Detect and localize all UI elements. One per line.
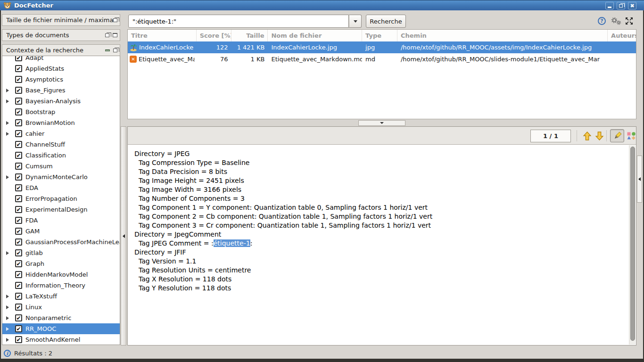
panel-restore-icon[interactable] xyxy=(113,18,117,22)
checkbox[interactable]: ✔ xyxy=(15,206,22,213)
checkbox[interactable]: ✔ xyxy=(15,336,22,343)
panel-minimize-icon[interactable] xyxy=(105,49,110,51)
expand-arrow[interactable] xyxy=(6,305,12,309)
tree-item-bootstrap[interactable]: ✔Bootstrap xyxy=(2,107,120,117)
column-header-score[interactable]: Score [%] xyxy=(197,30,231,41)
tree-item-smoothandkernel[interactable]: ✔SmoothAndKernel xyxy=(2,334,120,345)
checkbox[interactable]: ✔ xyxy=(15,293,22,300)
expand-arrow[interactable] xyxy=(6,89,12,92)
tree-item-gitlab[interactable]: ✔gitlab xyxy=(2,247,120,258)
preview-scrollbar[interactable] xyxy=(629,145,636,345)
tree-item-bayesian-analysis[interactable]: ✔Bayesian-Analysis xyxy=(2,96,120,107)
scrollbar-thumb[interactable] xyxy=(630,147,635,341)
search-button[interactable]: Recherche xyxy=(366,15,406,28)
expand-arrow[interactable] xyxy=(6,295,12,298)
tree-item-eda[interactable]: ✔EDA xyxy=(2,182,120,193)
column-header-filename[interactable]: Nom de fichier xyxy=(268,30,362,41)
checkbox[interactable]: ✔ xyxy=(15,98,22,105)
expand-arrow[interactable] xyxy=(6,316,12,320)
checkbox[interactable]: ✔ xyxy=(15,163,22,170)
preview-text[interactable]: Directory = JPEG Tag Compression Type = … xyxy=(128,145,628,345)
expand-arrow[interactable] xyxy=(6,251,12,255)
tree-item-asymptotics[interactable]: ✔Asymptotics xyxy=(2,74,120,85)
tree-item-fda[interactable]: ✔FDA xyxy=(2,215,120,226)
panel-file-size[interactable]: Taille de fichier minimale / maximale xyxy=(2,14,120,26)
collapse-preview-button[interactable] xyxy=(358,120,405,126)
help-icon[interactable]: ? xyxy=(598,17,606,25)
previous-occurrence-button[interactable] xyxy=(581,130,593,141)
checkbox[interactable]: ✔ xyxy=(15,184,22,191)
tree-item-rr_mooc[interactable]: ✔RR_MOOC xyxy=(2,323,120,334)
checkbox[interactable]: ✔ xyxy=(15,239,22,246)
preferences-gear-icon[interactable] xyxy=(610,16,622,26)
column-header-authors[interactable]: Auteurs xyxy=(608,30,636,41)
checkbox[interactable]: ✔ xyxy=(15,282,22,289)
checkbox[interactable]: ✔ xyxy=(15,56,22,61)
tree-item-errorpropagation[interactable]: ✔ErrorPropagation xyxy=(2,193,120,204)
minimize-button[interactable] xyxy=(605,2,614,9)
panel-search-scope[interactable]: Contexte de la recherche xyxy=(2,44,120,56)
checkbox[interactable]: ✔ xyxy=(15,314,22,321)
panel-document-types[interactable]: Types de documents xyxy=(2,29,120,41)
column-header-title[interactable]: Titre xyxy=(128,30,197,41)
tree-item-linux[interactable]: ✔Linux xyxy=(2,302,120,313)
checkbox[interactable]: ✔ xyxy=(15,87,22,94)
checkbox[interactable]: ✔ xyxy=(15,260,22,267)
table-row[interactable]: ✕Etiquette_avec_Markdown761 KBEtiquette_… xyxy=(128,53,636,65)
checkbox[interactable]: ✔ xyxy=(15,65,22,72)
checkbox[interactable]: ✔ xyxy=(15,119,22,126)
tree-item-information_theory[interactable]: ✔Information_Theory xyxy=(2,280,120,291)
expand-arrow[interactable] xyxy=(6,175,12,179)
panel-restore-icon[interactable] xyxy=(113,49,117,52)
tree-item-gaussianprocessformachinelea[interactable]: ✔GaussianProcessForMachineLea xyxy=(2,237,120,247)
tree-item-appliedstats[interactable]: ✔AppliedStats xyxy=(2,63,120,74)
tree-item-base_figures[interactable]: ✔Base_Figures xyxy=(2,85,120,96)
checkbox[interactable]: ✔ xyxy=(15,228,22,235)
next-occurrence-button[interactable] xyxy=(594,130,605,141)
tree-item-dynamicmontecarlo[interactable]: ✔DynamicMonteCarlo xyxy=(2,172,120,182)
tree-item-gam[interactable]: ✔GAM xyxy=(2,226,120,237)
column-header-type[interactable]: Type xyxy=(362,30,397,41)
checkbox[interactable]: ✔ xyxy=(15,130,22,137)
tree-item-cumsum[interactable]: ✔Cumsum xyxy=(2,161,120,172)
column-header-path[interactable]: Chemin xyxy=(397,30,608,41)
tree-item-classification[interactable]: ✔Classification xyxy=(2,150,120,161)
tree-item-hiddenmarkovmodel[interactable]: ✔HiddenMarkovModel xyxy=(2,269,120,280)
panel-restore-icon[interactable] xyxy=(105,33,109,37)
tree-item-brownianmotion[interactable]: ✔BrownianMotion xyxy=(2,117,120,128)
tree-item-adapt[interactable]: ✔Adapt xyxy=(2,56,120,63)
checkbox[interactable]: ✔ xyxy=(15,152,22,159)
checkbox[interactable]: ✔ xyxy=(15,76,22,83)
restore-button[interactable] xyxy=(617,2,625,9)
checkbox[interactable]: ✔ xyxy=(15,325,22,332)
checkbox[interactable]: ✔ xyxy=(15,108,22,115)
right-collapse-sash[interactable] xyxy=(637,156,642,203)
tree-item-latexstuff[interactable]: ✔LaTeXstuff xyxy=(2,291,120,302)
tree-item-channelstuff[interactable]: ✔ChannelStuff xyxy=(2,139,120,150)
checkbox[interactable]: ✔ xyxy=(15,217,22,224)
checkbox[interactable]: ✔ xyxy=(15,195,22,202)
tree-item-graph[interactable]: ✔Graph xyxy=(2,258,120,269)
expand-arrow[interactable] xyxy=(6,121,12,125)
expand-arrow[interactable] xyxy=(6,99,12,103)
column-header-size[interactable]: Taille xyxy=(231,30,268,41)
table-row[interactable]: IndexCahierLocke1221 421 KBIndexCahierLo… xyxy=(128,41,636,53)
checkbox[interactable]: ✔ xyxy=(15,304,22,311)
checkbox[interactable]: ✔ xyxy=(15,249,22,256)
maximize-search-bar-icon[interactable] xyxy=(625,16,634,25)
tree-item-experimentaldesign[interactable]: ✔ExperimentalDesign xyxy=(2,204,120,215)
expand-arrow[interactable] xyxy=(6,338,12,342)
checkbox[interactable]: ✔ xyxy=(15,173,22,181)
search-history-dropdown[interactable] xyxy=(349,15,362,28)
expand-arrow[interactable] xyxy=(6,132,12,136)
close-button[interactable]: ✖ xyxy=(628,2,636,9)
tree-item-cahier[interactable]: ✔cahier xyxy=(2,128,120,139)
search-input[interactable] xyxy=(128,15,349,28)
panel-maximize-icon[interactable] xyxy=(113,33,117,37)
highlight-toggle-button[interactable] xyxy=(610,129,624,142)
file-type-colors-icon[interactable] xyxy=(626,130,637,141)
checkbox[interactable]: ✔ xyxy=(15,141,22,148)
tree-item-nonparametric[interactable]: ✔Nonparametric xyxy=(2,313,120,323)
expand-arrow[interactable] xyxy=(6,327,12,331)
sidebar-collapse-sash[interactable] xyxy=(121,126,126,346)
